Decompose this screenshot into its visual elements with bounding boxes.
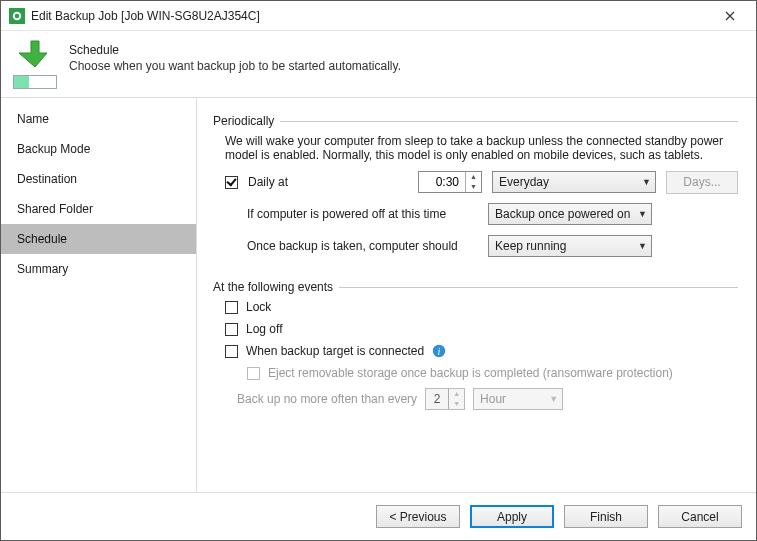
- throttle-unit-select: Hour ▼: [473, 388, 563, 410]
- throttle-prefix: Back up no more often than every: [237, 392, 417, 406]
- page-subtitle: Choose when you want backup job to be st…: [69, 59, 401, 73]
- powered-off-label: If computer is powered off at this time: [247, 207, 446, 221]
- after-backup-select[interactable]: Keep running ▼: [488, 235, 652, 257]
- periodically-legend: Periodically: [213, 114, 280, 128]
- close-button[interactable]: [710, 2, 750, 30]
- chevron-down-icon: ▼: [638, 241, 647, 251]
- sidebar-item-name[interactable]: Name: [1, 104, 196, 134]
- daily-row: Daily at ▲▼ Everyday ▼ Days...: [225, 170, 738, 194]
- window-title: Edit Backup Job [Job WIN-SG8U2AJ354C]: [31, 9, 710, 23]
- sidebar-item-shared-folder[interactable]: Shared Folder: [1, 194, 196, 224]
- lock-checkbox[interactable]: [225, 301, 238, 314]
- powered-off-value: Backup once powered on: [495, 207, 632, 221]
- logoff-label: Log off: [246, 322, 282, 336]
- eject-checkbox: [247, 367, 260, 380]
- spinner-up-icon[interactable]: ▲: [466, 172, 481, 182]
- throttle-row: Back up no more often than every ▲▼ Hour…: [237, 388, 738, 410]
- target-connected-checkbox[interactable]: [225, 345, 238, 358]
- sidebar-item-schedule[interactable]: Schedule: [1, 224, 196, 254]
- after-backup-row: Once backup is taken, computer should Ke…: [247, 234, 738, 258]
- info-icon: i: [432, 344, 446, 358]
- periodically-description: We will wake your computer from sleep to…: [225, 134, 738, 162]
- periodically-group: Periodically We will wake your computer …: [213, 114, 738, 266]
- after-backup-label: Once backup is taken, computer should: [247, 239, 458, 253]
- progress-indicator: [13, 75, 57, 89]
- daily-recurrence-value: Everyday: [499, 175, 636, 189]
- spinner-down-icon[interactable]: ▼: [466, 182, 481, 192]
- powered-off-row: If computer is powered off at this time …: [247, 202, 738, 226]
- target-connected-label: When backup target is connected: [246, 344, 424, 358]
- chevron-down-icon: ▼: [642, 177, 651, 187]
- events-group: At the following events Lock Log off Whe…: [213, 280, 738, 418]
- page-title: Schedule: [69, 43, 401, 57]
- daily-recurrence-select[interactable]: Everyday ▼: [492, 171, 656, 193]
- throttle-unit-value: Hour: [480, 392, 543, 406]
- chevron-down-icon: ▼: [638, 209, 647, 219]
- header-icon-column: [13, 39, 57, 89]
- previous-button[interactable]: < Previous: [376, 505, 460, 528]
- download-arrow-icon: [15, 39, 55, 69]
- events-legend: At the following events: [213, 280, 339, 294]
- daily-label: Daily at: [248, 175, 288, 189]
- settings-gear-icon: [9, 8, 25, 24]
- target-connected-row: When backup target is connected i: [225, 344, 738, 358]
- svg-text:i: i: [438, 346, 441, 357]
- finish-button[interactable]: Finish: [564, 505, 648, 528]
- titlebar: Edit Backup Job [Job WIN-SG8U2AJ354C]: [1, 1, 756, 31]
- dialog-window: Edit Backup Job [Job WIN-SG8U2AJ354C] Sc…: [0, 0, 757, 541]
- sidebar-item-backup-mode[interactable]: Backup Mode: [1, 134, 196, 164]
- wizard-header: Schedule Choose when you want backup job…: [1, 31, 756, 89]
- header-text: Schedule Choose when you want backup job…: [69, 39, 401, 73]
- daily-checkbox[interactable]: [225, 176, 238, 189]
- days-button: Days...: [666, 171, 738, 194]
- svg-point-2: [15, 13, 19, 17]
- wizard-steps-sidebar: Name Backup Mode Destination Shared Fold…: [1, 98, 197, 492]
- eject-label: Eject removable storage once backup is c…: [268, 366, 673, 380]
- logoff-row: Log off: [225, 322, 738, 336]
- wizard-footer: < Previous Apply Finish Cancel: [1, 492, 756, 540]
- apply-button[interactable]: Apply: [470, 505, 554, 528]
- powered-off-select[interactable]: Backup once powered on ▼: [488, 203, 652, 225]
- daily-time-input[interactable]: [419, 172, 465, 192]
- spinner-up-icon: ▲: [449, 389, 464, 399]
- after-backup-value: Keep running: [495, 239, 632, 253]
- cancel-button[interactable]: Cancel: [658, 505, 742, 528]
- wizard-content: Periodically We will wake your computer …: [197, 98, 756, 492]
- throttle-spinner: ▲▼: [425, 388, 465, 410]
- lock-label: Lock: [246, 300, 271, 314]
- spinner-down-icon: ▼: [449, 399, 464, 409]
- eject-row: Eject removable storage once backup is c…: [247, 366, 738, 380]
- lock-row: Lock: [225, 300, 738, 314]
- wizard-body: Name Backup Mode Destination Shared Fold…: [1, 97, 756, 492]
- chevron-down-icon: ▼: [549, 394, 558, 404]
- throttle-input: [426, 389, 448, 409]
- logoff-checkbox[interactable]: [225, 323, 238, 336]
- close-icon: [725, 11, 735, 21]
- sidebar-item-summary[interactable]: Summary: [1, 254, 196, 284]
- sidebar-item-destination[interactable]: Destination: [1, 164, 196, 194]
- daily-time-spinner[interactable]: ▲▼: [418, 171, 482, 193]
